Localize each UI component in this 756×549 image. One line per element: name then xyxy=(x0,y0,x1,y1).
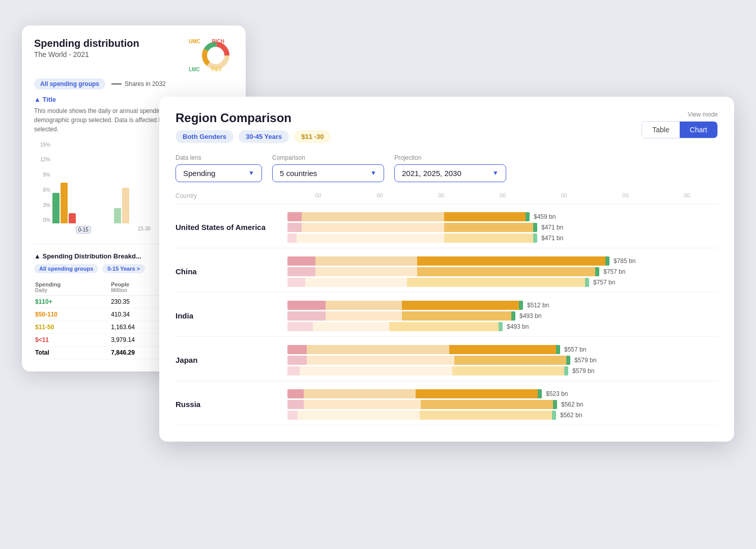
bar-peach-c2 xyxy=(315,267,417,276)
country-name-japan: Japan xyxy=(176,356,287,364)
bar-japan-2: $579 bn xyxy=(287,356,718,365)
chart-header: Country 00 00 00 00 00 00 00 xyxy=(176,192,718,204)
bar-pink-r1 xyxy=(287,389,304,398)
bar-india-3: $493 bn xyxy=(287,322,718,331)
bar-label-j1: $557 bn xyxy=(564,346,586,353)
bar-orange-r3 xyxy=(420,411,552,420)
bar-japan-3: $579 bn xyxy=(287,366,718,375)
bar-usa-1: $459 bn xyxy=(287,212,718,221)
country-name-china: China xyxy=(176,267,287,276)
bar-pink-i1 xyxy=(287,301,326,310)
bar-orange-j1 xyxy=(449,345,556,354)
bar-pink-c2 xyxy=(287,267,315,276)
bar-label-2: $471 bn xyxy=(541,224,563,231)
spending-label-1: $110+ xyxy=(34,295,110,308)
rc-title: Region Comparison xyxy=(176,111,331,125)
filter-spending-range[interactable]: $11 -30 xyxy=(294,130,331,143)
view-mode-buttons: Table Chart xyxy=(642,121,718,138)
bar-peach-light xyxy=(302,223,444,232)
bar-green-i3 xyxy=(499,322,503,331)
bar-label-c1: $785 bn xyxy=(614,257,635,265)
rc-left: Region Comparison Both Genders 30-45 Yea… xyxy=(176,111,331,143)
filter-age-range[interactable]: 30-45 Years xyxy=(239,130,289,143)
data-lens-select[interactable]: Spending ▼ xyxy=(176,164,262,182)
bars-india: $512 bn $493 bn xyxy=(287,301,718,331)
card-title: Spending distribution xyxy=(34,38,139,49)
card-subtitle: The World - 2021 xyxy=(34,50,139,59)
bar-pink-c xyxy=(287,256,315,266)
bar-orange-c3 xyxy=(407,278,585,287)
bar-green-c2 xyxy=(595,267,599,276)
country-section-india: India $512 bn xyxy=(176,295,718,337)
bar-india-2: $493 bn xyxy=(287,311,718,321)
all-spending-badge[interactable]: All spending groups xyxy=(34,78,105,90)
bar-green-i2 xyxy=(511,311,515,321)
bar-label-i1: $512 bn xyxy=(527,302,549,309)
bar-pink-i3 xyxy=(287,322,313,331)
donut-lmc: LMC xyxy=(189,67,200,72)
bar-peach-c xyxy=(315,256,417,266)
bar-russia-3: $562 bn xyxy=(287,411,718,420)
bar-pink-j1 xyxy=(287,345,307,354)
bar-orange-i1 xyxy=(402,301,519,310)
comparison-select[interactable]: 5 countries ▼ xyxy=(272,164,384,182)
bar-label-r3: $562 bn xyxy=(560,412,582,419)
bars-china: $785 bn $757 bn xyxy=(287,256,718,287)
legend-text: Shares in 2032 xyxy=(125,80,166,88)
badge-all-spending[interactable]: All spending groups xyxy=(34,264,98,273)
projection-select[interactable]: 2021, 2025, 2030 ▼ xyxy=(394,164,506,182)
bar-peach-r2 xyxy=(304,400,421,409)
bar-label-c2: $757 bn xyxy=(603,268,625,275)
bar-russia-1: $523 bn xyxy=(287,389,718,398)
bar-china-1: $785 bn xyxy=(287,256,718,266)
bar-green-j3 xyxy=(564,366,568,375)
country-section-usa: United States of America $459 bn xyxy=(176,206,718,248)
bar-peach xyxy=(122,188,129,223)
bars-russia: $523 bn $562 bn xyxy=(287,389,718,420)
bar-orange-j3 xyxy=(452,366,564,375)
chart-view-button[interactable]: Chart xyxy=(680,122,717,138)
data-lens-label: Data lens xyxy=(176,154,262,161)
bar-peach-lighter xyxy=(297,234,444,243)
filter-both-genders[interactable]: Both Genders xyxy=(176,130,234,143)
bar-orange-r1 xyxy=(416,389,538,398)
bar-orange-c2 xyxy=(417,267,595,276)
spending-label-3: $11-50 xyxy=(34,321,110,333)
country-row-india: India $512 bn xyxy=(176,295,718,332)
projection-value: 2021, 2025, 2030 xyxy=(402,169,461,178)
bar-label-i3: $493 bn xyxy=(507,323,529,330)
country-column-header: Country xyxy=(176,192,287,199)
bar-china-3: $757 bn xyxy=(287,278,718,287)
bar-pink-r2 xyxy=(287,400,304,409)
bar-label-j2: $579 bn xyxy=(574,357,596,364)
bar-pink-j3 xyxy=(287,366,300,375)
badge-0-15-years[interactable]: 0-15 Years > xyxy=(102,264,145,273)
bar-peach-i3 xyxy=(313,322,389,331)
bar-label-3: $471 bn xyxy=(541,235,563,242)
bar-pink-light xyxy=(287,223,302,232)
bar-label-c3: $757 bn xyxy=(593,279,615,286)
chevron-down-icon-2: ▼ xyxy=(370,169,376,177)
country-section-japan: Japan $557 bn xyxy=(176,339,718,381)
bars-japan: $557 bn $579 bn xyxy=(287,345,718,375)
th-spending: Spending Daily xyxy=(34,279,110,296)
bar-green-r3 xyxy=(552,411,556,420)
rc-header: Region Comparison Both Genders 30-45 Yea… xyxy=(176,111,718,143)
bars-axis: 00 00 00 00 00 00 00 xyxy=(287,192,718,199)
bar-china-2: $757 bn xyxy=(287,267,718,276)
bar-pink-i2 xyxy=(287,311,326,321)
country-row-usa: United States of America $459 bn xyxy=(176,206,718,244)
country-name-russia: Russia xyxy=(176,400,287,409)
chevron-down-icon-3: ▼ xyxy=(492,169,499,177)
chart-section: Country 00 00 00 00 00 00 00 United Stat… xyxy=(176,192,718,425)
comparison-value: 5 countries xyxy=(280,169,317,178)
bar-peach-j3 xyxy=(300,366,452,375)
bar-india-1: $512 bn xyxy=(287,301,718,310)
bar-green-light xyxy=(114,208,121,223)
bar-orange-i2 xyxy=(402,311,511,321)
x-label-0-15: 0-15 xyxy=(76,226,91,234)
table-view-button[interactable]: Table xyxy=(642,122,679,138)
bar-green-r1 xyxy=(538,389,542,398)
svg-point-4 xyxy=(208,47,224,64)
bar-pink-c3 xyxy=(287,278,305,287)
